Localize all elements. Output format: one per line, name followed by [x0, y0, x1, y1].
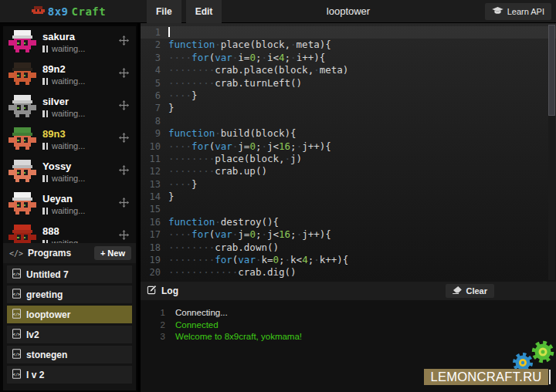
- log-entry-text: Connected: [175, 319, 219, 332]
- editor-scrollbar-thumb[interactable]: [548, 25, 555, 116]
- program-file-icon: </>: [12, 289, 21, 301]
- move-icon[interactable]: [119, 164, 129, 178]
- program-label: greeting: [26, 289, 63, 300]
- line-number: 9: [141, 127, 168, 140]
- log-entry: 2Connected: [141, 319, 556, 332]
- learn-api-button[interactable]: Learn API: [485, 3, 551, 20]
- code-lines: 12function·place(block,·meta){3····for(v…: [141, 23, 556, 279]
- app-logo: 8x9Craft: [0, 0, 137, 23]
- player-row[interactable]: 888 waiting...: [3, 221, 136, 243]
- player-name: 89n2: [42, 64, 85, 75]
- code-line: 9function·build(block){: [141, 127, 556, 140]
- programs-title: Programs: [28, 248, 71, 259]
- move-icon[interactable]: [119, 67, 129, 81]
- program-item[interactable]: </> Untitled 7: [7, 265, 132, 283]
- program-item[interactable]: </> looptower: [7, 306, 132, 323]
- line-number: 15: [141, 203, 168, 215]
- new-program-button[interactable]: + New: [94, 246, 131, 260]
- player-name: silver: [42, 96, 85, 107]
- move-icon[interactable]: [119, 132, 129, 146]
- crab-avatar: [8, 95, 36, 120]
- code-editor[interactable]: 12function·place(block,·meta){3····for(v…: [141, 23, 556, 282]
- move-icon[interactable]: [119, 35, 129, 49]
- line-number: 5: [141, 77, 168, 90]
- pause-icon: [42, 208, 48, 215]
- pause-icon: [42, 78, 48, 85]
- crab-avatar: [8, 192, 36, 218]
- green-gear: [534, 343, 552, 361]
- log-lines: 1Connecting...2Connected3Welcome to 8x9c…: [141, 300, 556, 343]
- line-number: 4: [141, 64, 168, 76]
- crab-avatar: [8, 63, 36, 88]
- code-line: 5········crab.turnLeft(): [141, 77, 556, 90]
- player-status: waiting...: [52, 174, 85, 183]
- code-line: 2function·place(block,·meta){: [141, 39, 556, 51]
- code-line: 11········place(block,·j): [141, 153, 556, 165]
- watermark-text: LEMONCRAFT.RU: [430, 370, 541, 384]
- pause-icon: [42, 175, 48, 182]
- crab-avatar: [8, 30, 36, 56]
- player-row[interactable]: sakura waiting...: [3, 26, 136, 59]
- editor-scrollbar[interactable]: [548, 25, 555, 280]
- topbar-menus: FileEdit: [147, 0, 222, 23]
- line-number: 16: [141, 216, 168, 228]
- program-list: </> Untitled 7 </> greeting </> looptowe…: [3, 265, 136, 384]
- program-file-icon: </>: [12, 329, 21, 341]
- player-name: Yossy: [42, 161, 85, 172]
- line-number: 3: [141, 52, 168, 64]
- pause-icon: [42, 46, 48, 52]
- player-name: sakura: [42, 32, 85, 42]
- svg-text:</>: </>: [13, 311, 20, 316]
- line-number: 12: [141, 165, 168, 177]
- text-cursor: [168, 27, 170, 37]
- program-label: stonegen: [26, 350, 67, 360]
- log-entry-number: 1: [141, 307, 165, 319]
- player-name: 888: [42, 226, 85, 237]
- line-number: 10: [141, 140, 168, 153]
- program-item[interactable]: </> l v 2: [7, 366, 132, 384]
- line-number: 17: [141, 228, 168, 241]
- menu-file[interactable]: File: [147, 0, 181, 23]
- move-icon[interactable]: [119, 197, 129, 211]
- player-row[interactable]: 89n2 waiting...: [3, 59, 136, 91]
- code-line: 7}: [141, 102, 556, 114]
- svg-text:</>: </>: [13, 291, 20, 296]
- menu-edit[interactable]: Edit: [186, 0, 222, 23]
- move-icon[interactable]: [119, 229, 129, 243]
- player-row[interactable]: Ueyan waiting...: [3, 188, 136, 221]
- code-line: 14}: [141, 191, 556, 203]
- line-number: 18: [141, 242, 168, 254]
- logo-text-8x9: 8x9: [48, 5, 69, 18]
- code-line: 12········crab.up(): [141, 165, 556, 177]
- program-file-icon: </>: [12, 309, 21, 321]
- program-item[interactable]: </> greeting: [7, 286, 132, 303]
- crab-avatar: [8, 225, 36, 244]
- line-number: 11: [141, 153, 168, 165]
- player-row[interactable]: 89n3 waiting...: [3, 123, 136, 156]
- pause-icon: [42, 110, 48, 117]
- player-row[interactable]: silver waiting...: [3, 91, 136, 123]
- line-number: 8: [141, 115, 168, 127]
- move-icon[interactable]: [119, 100, 129, 113]
- code-line: 20············crab.dig(): [141, 266, 556, 279]
- app-window: 8x9Craft FileEdit looptower Learn API: [0, 0, 556, 392]
- program-file-icon: </>: [12, 269, 21, 281]
- log-header: Log Clear: [141, 282, 556, 300]
- crab-logo-icon: [32, 5, 45, 19]
- code-line: 3····for(var·i=0;·i<4;·i++){: [141, 52, 556, 64]
- code-line: 18········crab.down(): [141, 242, 556, 254]
- log-entry-text: Connecting...: [175, 307, 228, 319]
- code-line: 1: [141, 26, 556, 39]
- programs-header: </> Programs + New: [3, 243, 136, 263]
- clear-log-button[interactable]: Clear: [446, 284, 494, 298]
- line-number: 14: [141, 191, 168, 203]
- watermark-caret: [549, 370, 551, 384]
- player-row[interactable]: Yossy waiting...: [3, 156, 136, 188]
- sidebar: sakura waiting... 89n2 waiting...: [0, 23, 137, 392]
- watermark-bar: LEMONCRAFT.RU: [424, 369, 548, 385]
- program-item[interactable]: </> stonegen: [7, 346, 132, 363]
- code-line: 19········for(var·k=0;·k<4;·k++){: [141, 254, 556, 266]
- log-entry-number: 3: [141, 331, 165, 343]
- program-item[interactable]: </> lv2: [7, 326, 132, 343]
- log-entry: 3Welcome to 8x9craft, yokmama!: [141, 331, 556, 343]
